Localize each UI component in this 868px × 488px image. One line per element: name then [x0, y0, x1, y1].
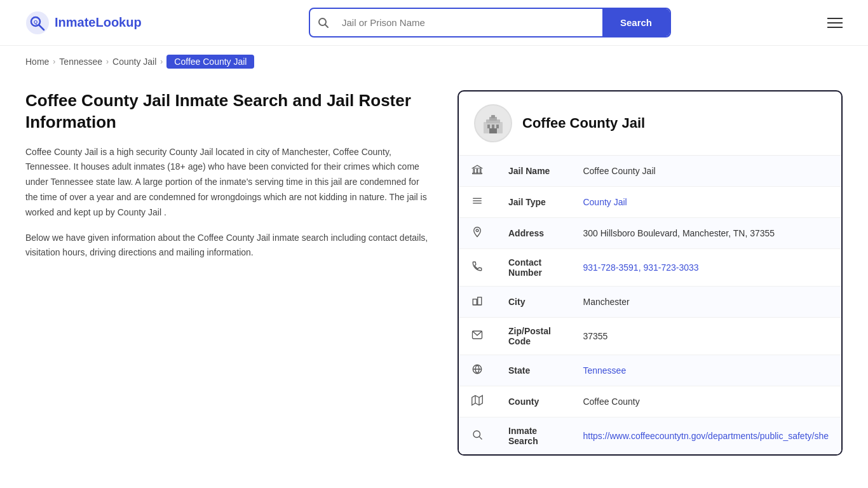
row-value: Coffee County Jail	[570, 156, 841, 187]
search-button[interactable]: Search	[602, 9, 670, 36]
row-label: Zip/Postal Code	[496, 318, 570, 355]
table-row: CountyCoffee County	[459, 386, 841, 417]
main-content: Coffee County Jail Inmate Search and Jai…	[0, 78, 868, 468]
svg-rect-23	[473, 299, 477, 305]
left-column: Coffee County Jail Inmate Search and Jai…	[25, 90, 432, 271]
breadcrumb-separator-1: ›	[53, 57, 55, 66]
table-row: StateTennessee	[459, 355, 841, 386]
row-icon	[459, 417, 496, 455]
row-link[interactable]: https://www.coffeecountytn.gov/departmen…	[583, 431, 829, 441]
table-row: CityManchester	[459, 287, 841, 318]
row-label: Inmate Search	[496, 417, 570, 455]
breadcrumb-separator-3: ›	[160, 57, 163, 66]
page-description-2: Below we have given information about th…	[25, 231, 432, 261]
row-label: State	[496, 355, 570, 386]
card-title: Coffee County Jail	[522, 115, 645, 132]
breadcrumb-county-jail[interactable]: County Jail	[112, 57, 156, 67]
row-icon	[459, 355, 496, 386]
breadcrumb-home[interactable]: Home	[25, 57, 49, 67]
table-row: Inmate Searchhttps://www.coffeecountytn.…	[459, 417, 841, 455]
row-label: Address	[496, 218, 570, 249]
breadcrumb-separator-2: ›	[106, 57, 109, 66]
svg-rect-24	[478, 297, 482, 305]
row-label: Contact Number	[496, 249, 570, 287]
svg-point-32	[473, 431, 480, 438]
info-card: Coffee County Jail Jail NameCoffee Count…	[458, 90, 843, 456]
jail-avatar	[474, 104, 512, 142]
svg-point-22	[476, 229, 478, 232]
row-value: 300 Hillsboro Boulevard, Manchester, TN,…	[570, 218, 841, 249]
right-column: Coffee County Jail Jail NameCoffee Count…	[458, 90, 843, 456]
row-icon	[459, 249, 496, 287]
page-title: Coffee County Jail Inmate Search and Jai…	[25, 90, 432, 133]
row-link[interactable]: County Jail	[583, 197, 627, 207]
table-row: Zip/Postal Code37355	[459, 318, 841, 355]
info-table: Jail NameCoffee County JailJail TypeCoun…	[459, 156, 841, 454]
svg-rect-10	[487, 125, 490, 128]
svg-marker-29	[472, 396, 483, 405]
menu-button[interactable]	[827, 18, 843, 28]
logo-text: InmateLookup	[55, 15, 142, 30]
logo-link[interactable]: Q InmateLookup	[25, 11, 153, 35]
row-link[interactable]: Tennessee	[583, 365, 626, 376]
row-icon	[459, 287, 496, 318]
svg-rect-9	[491, 115, 495, 118]
row-icon	[459, 386, 496, 417]
row-label: Jail Type	[496, 187, 570, 218]
building-icon	[480, 111, 506, 136]
search-form: Search	[309, 8, 671, 37]
card-header: Coffee County Jail	[459, 92, 841, 156]
row-label: Jail Name	[496, 156, 570, 187]
header: Q InmateLookup Search	[0, 0, 868, 46]
table-row: Contact Number931-728-3591, 931-723-3033	[459, 249, 841, 287]
row-value[interactable]: County Jail	[570, 187, 841, 218]
row-icon	[459, 318, 496, 355]
search-input[interactable]	[337, 10, 602, 35]
row-value: Coffee County	[570, 386, 841, 417]
svg-line-33	[479, 437, 482, 439]
search-icon	[310, 17, 337, 29]
row-value: Manchester	[570, 287, 841, 318]
row-icon	[459, 156, 496, 187]
svg-text:Q: Q	[34, 19, 37, 25]
row-value[interactable]: https://www.coffeecountytn.gov/departmen…	[570, 417, 841, 455]
row-label: City	[496, 287, 570, 318]
row-value[interactable]: Tennessee	[570, 355, 841, 386]
svg-line-5	[325, 24, 329, 27]
table-row: Jail TypeCounty Jail	[459, 187, 841, 218]
breadcrumb-active: Coffee County Jail	[166, 55, 254, 69]
page-description-1: Coffee County Jail is a high security Co…	[25, 145, 432, 220]
row-value[interactable]: 931-728-3591, 931-723-3033	[570, 249, 841, 287]
svg-rect-17	[480, 169, 482, 173]
row-icon	[459, 187, 496, 218]
table-row: Address300 Hillsboro Boulevard, Manchest…	[459, 218, 841, 249]
row-value: 37355	[570, 318, 841, 355]
breadcrumb-tennessee[interactable]: Tennessee	[59, 57, 102, 67]
breadcrumb: Home › Tennessee › County Jail › Coffee …	[0, 46, 868, 78]
svg-rect-12	[496, 125, 499, 128]
svg-rect-13	[489, 128, 497, 133]
row-link[interactable]: 931-728-3591, 931-723-3033	[583, 262, 698, 273]
row-icon	[459, 218, 496, 249]
svg-rect-16	[477, 169, 478, 173]
svg-rect-15	[473, 169, 475, 173]
svg-marker-18	[473, 165, 482, 168]
row-label: County	[496, 386, 570, 417]
logo-icon: Q	[25, 11, 50, 35]
table-row: Jail NameCoffee County Jail	[459, 156, 841, 187]
svg-rect-11	[492, 125, 494, 128]
search-area: Search	[165, 8, 815, 37]
